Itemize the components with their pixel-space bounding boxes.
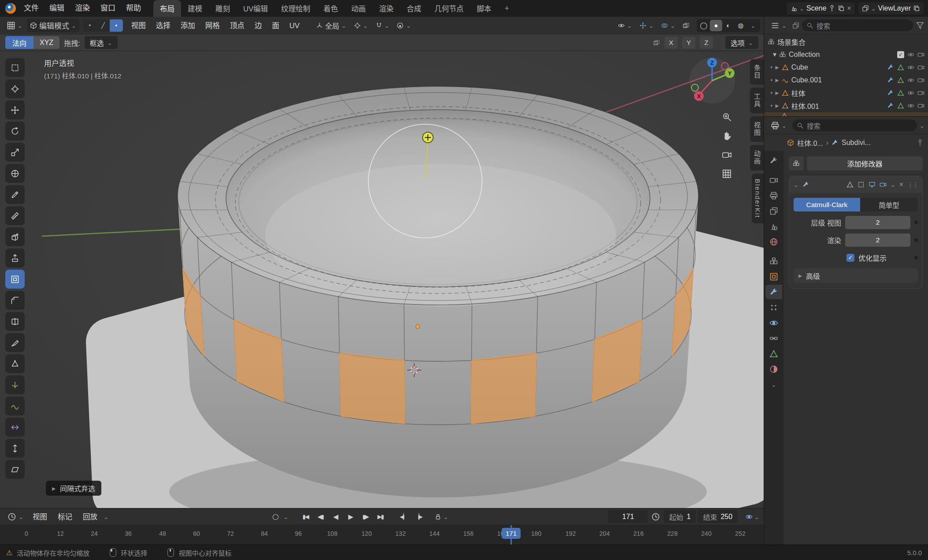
frame-forward-button[interactable]: ▕▶ <box>412 511 425 523</box>
shading-options-dropdown[interactable] <box>747 20 759 31</box>
tool-options-dropdown[interactable]: 选项 <box>725 36 758 49</box>
delete-modifier-icon[interactable] <box>899 180 903 189</box>
tool-knife[interactable] <box>5 333 25 352</box>
use-preview-range-icon[interactable] <box>651 512 660 521</box>
overlays-toggle[interactable] <box>658 19 678 32</box>
mode-selector[interactable]: 编辑模式 <box>27 19 79 32</box>
jump-to-start-button[interactable]: ▮◀ <box>299 511 312 523</box>
expand-icon[interactable] <box>776 101 779 110</box>
properties-editor-type-button[interactable] <box>768 119 790 132</box>
workspace-tab-rendering[interactable]: 渲染 <box>372 0 400 17</box>
tabs-overflow-chevron[interactable] <box>765 377 782 392</box>
tool-scale[interactable] <box>5 143 25 162</box>
scene-collection-row[interactable]: 场景集合 <box>764 35 928 48</box>
tool-loop-cut[interactable] <box>5 312 25 331</box>
editor-type-button[interactable] <box>4 19 26 32</box>
current-frame-field[interactable]: 171 <box>608 510 648 523</box>
levels-viewport-field[interactable]: 2 <box>845 216 910 229</box>
tab-data[interactable] <box>765 346 782 361</box>
tab-collection[interactable] <box>765 254 782 268</box>
play-button[interactable]: ▶ <box>344 511 357 523</box>
frame-end-field[interactable]: 结束 250 <box>698 510 738 523</box>
outliner-search-input[interactable]: 搜索 <box>802 19 913 31</box>
expand-icon[interactable] <box>776 89 779 97</box>
camera-view-icon[interactable] <box>722 150 732 160</box>
modifier-wrench-icon[interactable] <box>887 102 894 109</box>
last-operator-panel[interactable]: 间隔式弃选 <box>46 481 101 496</box>
render-camera-icon[interactable] <box>917 102 924 109</box>
face-select-toggle[interactable]: ▪ <box>110 19 123 32</box>
optimal-display-checkbox[interactable] <box>846 254 854 262</box>
edit-mode-toggle-icon[interactable] <box>857 181 865 188</box>
menu-edit[interactable]: 编辑 <box>44 0 70 16</box>
tab-tool[interactable] <box>765 153 782 168</box>
add-modifier-button[interactable]: 添加修改器 <box>807 156 923 171</box>
object-row-cylinder001[interactable]: 柱体.001 <box>764 99 928 112</box>
nav-lock-icon[interactable] <box>434 513 442 520</box>
modifier-icon[interactable] <box>831 139 839 146</box>
workspace-tab-texture-paint[interactable]: 纹理绘制 <box>275 0 317 17</box>
object-row-cube[interactable]: Cube <box>764 61 928 74</box>
proportional-editing-dropdown[interactable] <box>393 19 414 32</box>
eye-icon[interactable] <box>907 102 914 109</box>
mirror-x-button[interactable]: X <box>664 37 678 48</box>
viewport-3d[interactable]: 用户透视 (171) 柱体.010 | 柱体.012 <box>0 51 764 508</box>
eye-icon[interactable] <box>907 89 914 96</box>
object-row-clipped[interactable] <box>764 112 928 116</box>
render-camera-icon[interactable] <box>917 51 924 58</box>
expand-icon[interactable] <box>776 63 779 71</box>
tool-move[interactable] <box>5 100 25 119</box>
tab-physics[interactable] <box>765 315 782 330</box>
edge-select-toggle[interactable]: ╱ <box>97 19 110 32</box>
playhead-badge[interactable]: 171 <box>501 528 520 539</box>
render-camera-icon[interactable] <box>917 89 924 96</box>
sidebar-tab-animation[interactable]: 动画 <box>750 145 764 171</box>
blender-logo-icon[interactable] <box>5 3 16 14</box>
shading-solid-button[interactable]: ● <box>710 20 722 31</box>
render-toggle-icon[interactable] <box>880 181 887 188</box>
scene-3d[interactable] <box>0 51 764 508</box>
tab-render[interactable] <box>765 173 782 187</box>
gizmo-y-neg-axis[interactable] <box>691 84 698 91</box>
eye-icon[interactable] <box>907 64 914 71</box>
tool-bevel[interactable] <box>5 291 25 310</box>
vertex-select-toggle[interactable]: • <box>83 19 97 32</box>
menu-view[interactable]: 视图 <box>127 17 150 34</box>
tool-extrude[interactable] <box>5 248 25 267</box>
tool-spin[interactable] <box>5 375 25 394</box>
sidebar-tab-tool[interactable]: 工具 <box>750 88 764 113</box>
tool-shear[interactable] <box>5 460 25 479</box>
new-viewlayer-icon[interactable] <box>913 5 920 12</box>
workspace-tab-geometry-nodes[interactable]: 几何节点 <box>428 0 470 17</box>
timeline-editor-type-button[interactable] <box>4 510 26 523</box>
menu-add[interactable]: 添加 <box>176 17 200 34</box>
tool-cursor[interactable] <box>5 79 25 98</box>
tab-output[interactable] <box>765 188 782 203</box>
modifier-wrench-icon[interactable] <box>887 64 894 71</box>
tool-poly-build[interactable] <box>5 354 25 373</box>
workspace-tab-animation[interactable]: 动画 <box>345 0 372 17</box>
workspace-tab-layout[interactable]: 布局 <box>153 0 181 17</box>
next-keyframe-button[interactable]: ▮▶ <box>359 511 372 523</box>
prev-keyframe-button[interactable]: ◀▮ <box>314 511 327 523</box>
tool-select-box[interactable] <box>5 58 25 77</box>
viewlayer-selector[interactable]: ViewLayer <box>858 2 924 15</box>
tab-view-layer[interactable] <box>765 204 782 218</box>
shading-wireframe-button[interactable]: ◯ <box>698 20 710 31</box>
play-reverse-button[interactable]: ◀ <box>329 511 342 523</box>
orthographic-grid-icon[interactable] <box>722 169 732 179</box>
animate-decorator[interactable] <box>914 256 918 260</box>
frame-back-button[interactable]: ◀▏ <box>397 511 410 523</box>
levels-render-field[interactable]: 2 <box>845 234 910 247</box>
tab-constraints[interactable] <box>765 331 782 345</box>
menu-face[interactable]: 面 <box>267 17 284 34</box>
transform-orientation-dropdown[interactable]: 全局 <box>313 19 349 32</box>
new-scene-icon[interactable] <box>838 5 845 12</box>
timeline-menu-view[interactable]: 视图 <box>28 508 52 525</box>
tool-edge-slide[interactable] <box>5 418 25 437</box>
on-cage-toggle-icon[interactable] <box>846 181 854 188</box>
modifier-panel-header[interactable] <box>789 176 922 193</box>
workspace-tab-shading[interactable]: 着色 <box>317 0 345 17</box>
modifier-wrench-icon[interactable] <box>887 77 894 84</box>
menu-mesh[interactable]: 网格 <box>201 17 224 34</box>
